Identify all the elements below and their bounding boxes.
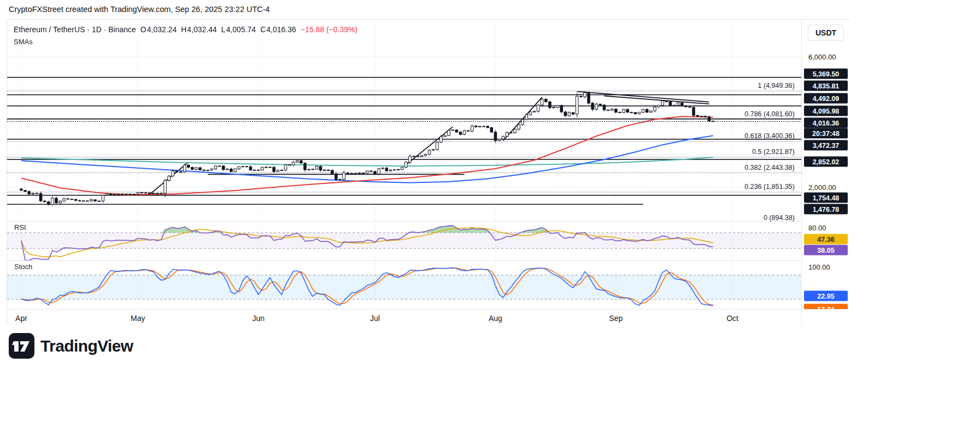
- currency-button[interactable]: USDT: [808, 25, 844, 41]
- ohlc-high: H4,032.44: [181, 25, 217, 34]
- time-axis[interactable]: AprMayJunJulAugSepOct: [7, 309, 850, 325]
- rsi-pane-label[interactable]: RSI: [14, 223, 26, 231]
- indicator-legend-smas[interactable]: SMAs: [14, 38, 33, 46]
- chart-legend: Ethereum / TetherUS · 1D · Binance O4,03…: [14, 25, 357, 34]
- price-level-badge: 2,852.02: [804, 157, 848, 167]
- stoch-value-badge: 22.95: [804, 291, 848, 301]
- time-axis-label-jun: Jun: [252, 314, 265, 323]
- price-chart-canvas[interactable]: [7, 20, 801, 309]
- stoch-axis-tick: 100.00: [808, 263, 830, 271]
- stoch-pane-label[interactable]: Stoch: [14, 263, 32, 271]
- tradingview-logo-text[interactable]: TradingView: [40, 337, 133, 355]
- tradingview-footer: TradingView: [9, 333, 133, 359]
- page: CryptoFXStreet created with TradingView.…: [0, 0, 980, 422]
- rsi-value-badge: 38.05: [804, 245, 848, 255]
- price-axis-tick: 6,000.00: [808, 53, 836, 61]
- price-axis[interactable]: USDT 6,000.002,000.005,369.504,835.814,4…: [801, 20, 851, 325]
- time-axis-label-jul: Jul: [370, 314, 380, 323]
- time-axis-label-aug: Aug: [489, 314, 502, 323]
- attribution-text: CryptoFXStreet created with TradingView.…: [9, 5, 270, 14]
- tradingview-logo-icon[interactable]: [9, 333, 34, 359]
- price-level-badge: 3,472.37: [804, 140, 848, 151]
- ohlc-open: O4,032.24: [140, 25, 177, 34]
- time-axis-label-apr: Apr: [15, 314, 27, 323]
- price-level-badge: 4,095.98: [804, 106, 848, 116]
- ohlc-close: C4,016.36: [260, 25, 296, 34]
- price-change: −15.88 (−0.39%): [301, 25, 357, 34]
- price-level-badge: 5,369.50: [804, 69, 848, 79]
- time-axis-label-may: May: [131, 314, 145, 323]
- countdown-badge: 20:37:48: [804, 128, 848, 139]
- price-level-badge: 1,754.48: [804, 193, 848, 203]
- price-level-badge: 4,492.09: [804, 93, 848, 104]
- price-level-badge: 4,016.36: [804, 118, 848, 128]
- chart-widget: Ethereum / TetherUS · 1D · Binance O4,03…: [7, 19, 850, 325]
- price-level-badge: 1,476.78: [804, 204, 848, 215]
- price-axis-tick: 2,000.00: [808, 183, 836, 192]
- time-axis-label-sep: Sep: [609, 314, 623, 323]
- rsi-value-badge: 47.36: [804, 234, 848, 245]
- axis-separator: [801, 310, 802, 325]
- rsi-axis-tick: 80.00: [808, 224, 826, 232]
- price-level-badge: 4,835.81: [804, 81, 848, 91]
- symbol-title[interactable]: Ethereum / TetherUS · 1D · Binance: [14, 25, 136, 34]
- time-axis-label-oct: Oct: [726, 314, 738, 323]
- ohlc-low: L4,005.74: [221, 25, 256, 34]
